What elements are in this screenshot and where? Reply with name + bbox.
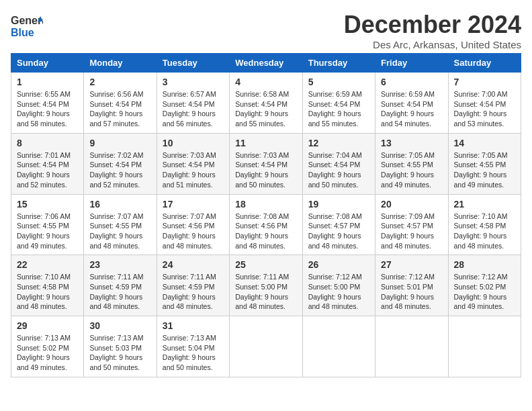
day-info: Sunrise: 7:11 AM Sunset: 4:59 PM Dayligh… xyxy=(163,272,224,312)
weekday-header-row: SundayMondayTuesdayWednesdayThursdayFrid… xyxy=(11,54,521,73)
calendar-cell: 1 Sunrise: 6:55 AM Sunset: 4:54 PM Dayli… xyxy=(11,73,84,134)
calendar-cell: 5 Sunrise: 6:59 AM Sunset: 4:54 PM Dayli… xyxy=(302,73,375,134)
sunrise-label: Sunrise: 6:57 AM xyxy=(163,90,216,98)
daylight-label: Daylight: 9 hours and 48 minutes. xyxy=(235,232,288,250)
calendar-cell: 18 Sunrise: 7:08 AM Sunset: 4:56 PM Dayl… xyxy=(230,194,302,255)
calendar-cell: 22 Sunrise: 7:10 AM Sunset: 4:58 PM Dayl… xyxy=(11,255,84,316)
day-number: 1 xyxy=(17,77,78,87)
sunset-label: Sunset: 4:54 PM xyxy=(235,100,287,108)
day-info: Sunrise: 7:06 AM Sunset: 4:55 PM Dayligh… xyxy=(17,212,78,251)
sunset-label: Sunset: 5:00 PM xyxy=(235,283,287,291)
calendar-week-4: 22 Sunrise: 7:10 AM Sunset: 4:58 PM Dayl… xyxy=(11,255,521,316)
day-info: Sunrise: 7:09 AM Sunset: 4:57 PM Dayligh… xyxy=(381,212,442,251)
calendar-cell: 8 Sunrise: 7:01 AM Sunset: 4:54 PM Dayli… xyxy=(11,133,84,194)
day-number: 17 xyxy=(163,199,224,210)
calendar-cell: 23 Sunrise: 7:11 AM Sunset: 4:59 PM Dayl… xyxy=(84,255,157,316)
day-number: 29 xyxy=(17,320,78,331)
day-info: Sunrise: 7:08 AM Sunset: 4:56 PM Dayligh… xyxy=(235,212,296,251)
sunrise-label: Sunrise: 6:58 AM xyxy=(235,90,289,98)
day-info: Sunrise: 7:07 AM Sunset: 4:56 PM Dayligh… xyxy=(163,212,224,251)
sunrise-label: Sunrise: 7:05 AM xyxy=(454,151,508,159)
day-number: 4 xyxy=(235,77,296,87)
daylight-label: Daylight: 9 hours and 56 minutes. xyxy=(163,109,216,128)
sunrise-label: Sunrise: 7:10 AM xyxy=(454,212,508,220)
sunrise-label: Sunrise: 7:06 AM xyxy=(17,212,71,220)
calendar-cell: 9 Sunrise: 7:02 AM Sunset: 4:54 PM Dayli… xyxy=(84,133,157,194)
sunrise-label: Sunrise: 7:10 AM xyxy=(17,273,71,281)
calendar-cell: 26 Sunrise: 7:12 AM Sunset: 5:00 PM Dayl… xyxy=(302,255,375,316)
calendar-cell: 4 Sunrise: 6:58 AM Sunset: 4:54 PM Dayli… xyxy=(230,73,302,134)
calendar-cell: 17 Sunrise: 7:07 AM Sunset: 4:56 PM Dayl… xyxy=(157,194,229,255)
daylight-label: Daylight: 9 hours and 52 minutes. xyxy=(89,171,142,189)
sunset-label: Sunset: 5:03 PM xyxy=(89,344,142,352)
daylight-label: Daylight: 9 hours and 48 minutes. xyxy=(163,232,216,250)
day-info: Sunrise: 6:59 AM Sunset: 4:54 PM Dayligh… xyxy=(381,89,442,129)
sunset-label: Sunset: 4:54 PM xyxy=(235,161,287,169)
day-info: Sunrise: 7:13 AM Sunset: 5:02 PM Dayligh… xyxy=(17,333,78,373)
weekday-header-wednesday: Wednesday xyxy=(230,54,302,73)
day-number: 9 xyxy=(89,138,150,148)
weekday-header-thursday: Thursday xyxy=(302,54,375,73)
calendar-cell: 27 Sunrise: 7:12 AM Sunset: 5:01 PM Dayl… xyxy=(375,255,448,316)
weekday-header-tuesday: Tuesday xyxy=(157,54,229,73)
calendar-cell: 14 Sunrise: 7:05 AM Sunset: 4:55 PM Dayl… xyxy=(448,133,521,194)
sunrise-label: Sunrise: 7:11 AM xyxy=(163,273,216,281)
calendar-body: 1 Sunrise: 6:55 AM Sunset: 4:54 PM Dayli… xyxy=(11,73,521,377)
daylight-label: Daylight: 9 hours and 57 minutes. xyxy=(89,109,142,128)
daylight-label: Daylight: 9 hours and 48 minutes. xyxy=(163,293,216,311)
sunset-label: Sunset: 4:56 PM xyxy=(163,222,215,230)
day-number: 19 xyxy=(308,199,369,210)
calendar-week-2: 8 Sunrise: 7:01 AM Sunset: 4:54 PM Dayli… xyxy=(11,133,521,194)
day-number: 28 xyxy=(454,259,515,270)
calendar-cell: 13 Sunrise: 7:05 AM Sunset: 4:55 PM Dayl… xyxy=(375,133,448,194)
sunset-label: Sunset: 4:54 PM xyxy=(308,161,361,169)
sunrise-label: Sunrise: 7:08 AM xyxy=(235,212,289,220)
day-number: 10 xyxy=(163,138,224,148)
daylight-label: Daylight: 9 hours and 50 minutes. xyxy=(163,353,216,371)
sunrise-label: Sunrise: 7:08 AM xyxy=(308,212,362,220)
logo-icon: General Blue xyxy=(11,11,43,40)
sunset-label: Sunset: 4:57 PM xyxy=(308,222,361,230)
day-info: Sunrise: 7:05 AM Sunset: 4:55 PM Dayligh… xyxy=(381,150,442,190)
sunrise-label: Sunrise: 7:09 AM xyxy=(381,212,435,220)
sunrise-label: Sunrise: 6:55 AM xyxy=(17,90,71,98)
sunrise-label: Sunrise: 7:00 AM xyxy=(454,90,508,98)
day-info: Sunrise: 7:12 AM Sunset: 5:00 PM Dayligh… xyxy=(308,272,369,312)
sunrise-label: Sunrise: 7:07 AM xyxy=(89,212,143,220)
sunset-label: Sunset: 4:58 PM xyxy=(454,222,506,230)
day-info: Sunrise: 6:55 AM Sunset: 4:54 PM Dayligh… xyxy=(17,89,78,129)
day-info: Sunrise: 7:02 AM Sunset: 4:54 PM Dayligh… xyxy=(89,150,150,190)
logo: General Blue xyxy=(11,11,43,40)
daylight-label: Daylight: 9 hours and 55 minutes. xyxy=(235,109,288,128)
calendar-week-3: 15 Sunrise: 7:06 AM Sunset: 4:55 PM Dayl… xyxy=(11,194,521,255)
sunset-label: Sunset: 4:55 PM xyxy=(454,161,506,169)
day-number: 30 xyxy=(89,320,150,331)
daylight-label: Daylight: 9 hours and 50 minutes. xyxy=(89,353,142,371)
day-info: Sunrise: 6:57 AM Sunset: 4:54 PM Dayligh… xyxy=(163,89,224,129)
sunrise-label: Sunrise: 7:11 AM xyxy=(89,273,143,281)
daylight-label: Daylight: 9 hours and 48 minutes. xyxy=(235,293,288,311)
day-info: Sunrise: 7:13 AM Sunset: 5:03 PM Dayligh… xyxy=(89,333,150,373)
sunset-label: Sunset: 4:54 PM xyxy=(89,100,142,108)
sunset-label: Sunset: 5:02 PM xyxy=(17,344,69,352)
day-number: 23 xyxy=(89,259,150,270)
day-info: Sunrise: 7:10 AM Sunset: 4:58 PM Dayligh… xyxy=(17,272,78,312)
sunrise-label: Sunrise: 7:01 AM xyxy=(17,151,71,159)
sunset-label: Sunset: 4:58 PM xyxy=(17,283,69,291)
sunset-label: Sunset: 4:54 PM xyxy=(17,100,69,108)
day-number: 22 xyxy=(17,259,78,270)
calendar-cell: 12 Sunrise: 7:04 AM Sunset: 4:54 PM Dayl… xyxy=(302,133,375,194)
calendar-cell: 2 Sunrise: 6:56 AM Sunset: 4:54 PM Dayli… xyxy=(84,73,157,134)
sunrise-label: Sunrise: 7:12 AM xyxy=(454,273,508,281)
day-number: 7 xyxy=(454,77,515,87)
weekday-header-monday: Monday xyxy=(84,54,157,73)
daylight-label: Daylight: 9 hours and 48 minutes. xyxy=(308,293,361,311)
day-number: 18 xyxy=(235,199,296,210)
day-number: 13 xyxy=(381,138,442,148)
sunset-label: Sunset: 5:04 PM xyxy=(163,344,215,352)
calendar-week-1: 1 Sunrise: 6:55 AM Sunset: 4:54 PM Dayli… xyxy=(11,73,521,134)
calendar-cell xyxy=(302,316,375,377)
weekday-header-saturday: Saturday xyxy=(448,54,521,73)
daylight-label: Daylight: 9 hours and 58 minutes. xyxy=(17,109,70,128)
calendar-cell: 15 Sunrise: 7:06 AM Sunset: 4:55 PM Dayl… xyxy=(11,194,84,255)
